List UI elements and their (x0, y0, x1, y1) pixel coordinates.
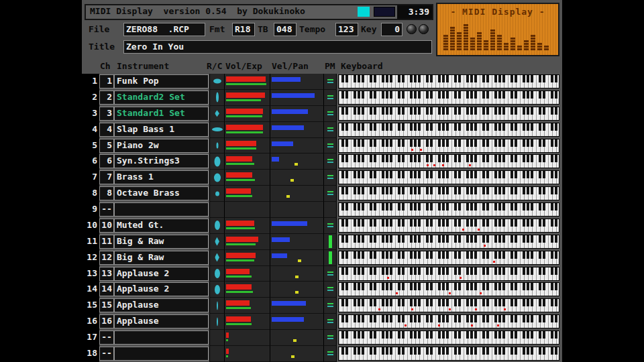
channel-row-15: 1515Applause (82, 298, 562, 314)
pm-cell (324, 202, 337, 218)
channel-row-14: 1414Applause 2 (82, 282, 562, 298)
expression-bar (226, 115, 262, 117)
pm-cell (324, 218, 337, 234)
spectrum-bar (464, 23, 468, 50)
vel-pan-cell (270, 346, 324, 362)
active-note (449, 292, 451, 294)
velocity-bar (272, 253, 287, 258)
vel-pan-cell (270, 202, 324, 218)
keyboard (338, 251, 559, 265)
velocity-bar (272, 141, 293, 146)
rc-cell (209, 122, 225, 138)
vel-pan-cell (270, 298, 324, 314)
keyboard (338, 235, 559, 249)
channel-number: 17 (82, 332, 97, 342)
keyboard (338, 314, 559, 328)
instrument-number: 7 (99, 170, 114, 184)
velocity-bar (272, 77, 301, 82)
spectrum-bar (517, 45, 522, 50)
col-header-velpan: Vel/Pan (272, 60, 309, 72)
counter-box (374, 7, 395, 17)
expression-bar (226, 83, 266, 85)
pm-cell (324, 234, 337, 250)
channel-number: 10 (82, 220, 97, 230)
rc-cell (209, 250, 225, 266)
instrument-name: Muted Gt. (114, 219, 209, 233)
instrument-number: 15 (99, 298, 114, 312)
expression-bar (226, 276, 252, 278)
instrument-name (114, 202, 209, 217)
instrument-name: Applause 2 (114, 282, 209, 296)
active-note (449, 308, 451, 310)
spectrum-bar (504, 42, 508, 50)
pm-mark-bottom (327, 338, 333, 339)
pm-mark-top (327, 335, 333, 337)
channel-number: 4 (82, 124, 97, 134)
rc-cell (209, 282, 225, 298)
rc-cell (209, 202, 225, 218)
spectrum-bar (484, 40, 488, 50)
rc-indicator (215, 253, 219, 262)
keyboard (338, 330, 559, 345)
vel-pan-cell (270, 122, 324, 138)
tb-value-box: 048 (274, 23, 297, 36)
channel-number: 1 (82, 76, 97, 86)
volume-bar (226, 349, 229, 354)
active-note (469, 164, 471, 166)
pm-mark-top (327, 95, 333, 97)
pm-mark-bottom (327, 98, 333, 99)
expression-bar (226, 291, 253, 293)
tempo-label: Tempo (299, 23, 325, 36)
pan-tick (286, 195, 290, 198)
expression-bar (226, 259, 254, 261)
rc-indicator (215, 110, 219, 117)
pan-tick (290, 179, 294, 182)
instrument-number: 2 (99, 90, 114, 105)
expression-bar (226, 163, 254, 165)
pm-mark-top (327, 223, 333, 225)
instrument-name: Octave Brass (114, 186, 209, 200)
pm-cell (324, 106, 337, 122)
instrument-name: Brass 1 (114, 170, 209, 184)
knob-button-2[interactable] (419, 24, 429, 34)
rc-indicator (214, 173, 221, 182)
rc-cell (209, 266, 225, 282)
pan-tick (291, 355, 294, 358)
col-header-ch: Ch (100, 60, 111, 72)
active-note (484, 245, 486, 247)
pm-cell (324, 170, 337, 186)
col-header-instrument: Instrument (117, 60, 169, 72)
keyboard (338, 139, 559, 153)
instrument-name: Piano 2w (114, 139, 209, 153)
col-header-keyboard: Keyboard (341, 60, 383, 72)
file-name-box[interactable]: ZERO88 .RCP (123, 23, 205, 36)
instrument-number: 1 (99, 74, 114, 88)
vol-exp-cell (225, 282, 270, 298)
channel-row-13: 1313Applause 2 (82, 266, 562, 282)
vel-pan-cell (270, 106, 324, 122)
channel-row-18: 18-- (82, 346, 562, 362)
rc-cell (209, 138, 225, 154)
active-note (427, 164, 429, 166)
channel-row-16: 1616Applause (82, 314, 562, 330)
expression-bar (226, 339, 228, 341)
channel-number: 2 (82, 92, 97, 102)
instrument-name: Standard2 Set (114, 90, 209, 105)
rc-indicator (217, 301, 218, 310)
rc-cell (209, 154, 225, 170)
time-display: 3:39 (397, 5, 432, 19)
pm-cell (324, 330, 337, 346)
pm-mark-top (327, 303, 333, 304)
active-note (396, 292, 398, 294)
pm-cell (324, 186, 337, 202)
keyboard (338, 282, 559, 296)
knob-button-1[interactable] (407, 24, 417, 34)
pm-mark-top (327, 79, 333, 80)
volume-bar (226, 172, 252, 178)
pan-tick (294, 163, 298, 166)
pm-mark-bottom (327, 322, 333, 323)
pm-mark-bottom (327, 194, 333, 195)
pm-mark-top (327, 127, 333, 129)
active-note (378, 308, 380, 310)
instrument-number: 13 (99, 267, 114, 281)
